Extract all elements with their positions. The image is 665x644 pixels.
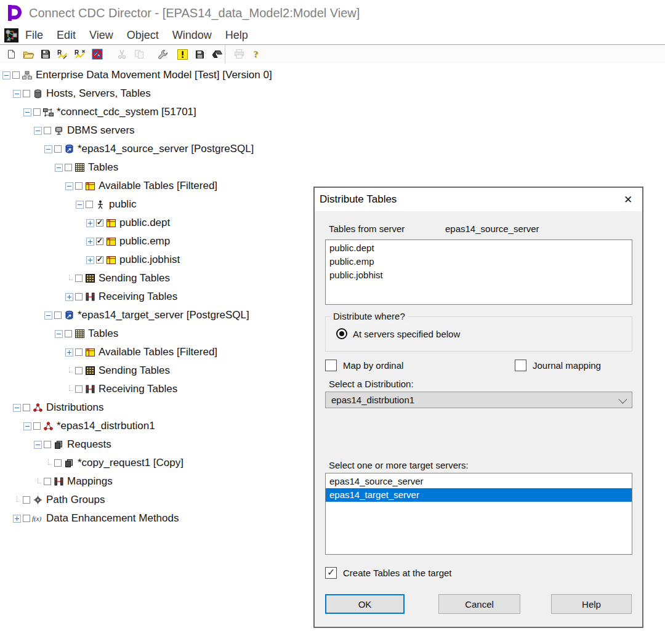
menu-window[interactable]: Window bbox=[166, 29, 219, 41]
tree-item-label[interactable]: Requests bbox=[67, 438, 111, 451]
collapse-icon[interactable] bbox=[34, 441, 42, 449]
tree-checkbox[interactable] bbox=[23, 90, 30, 97]
collapse-icon[interactable] bbox=[76, 201, 84, 209]
tree-item-label[interactable]: Enterprise Data Movement Model [Test] [V… bbox=[36, 69, 272, 81]
define-mapping-button[interactable]: R bbox=[57, 48, 69, 60]
target-server-item[interactable]: epas14_source_server bbox=[326, 475, 632, 488]
expand-icon[interactable] bbox=[86, 256, 94, 264]
tree-item-label[interactable]: *epas14_distrbution1 bbox=[57, 420, 155, 432]
tree-item-label[interactable]: Tables bbox=[88, 161, 118, 174]
save-button[interactable] bbox=[39, 48, 52, 60]
tree-item-label[interactable]: public bbox=[109, 198, 136, 211]
tree-checkbox[interactable] bbox=[86, 201, 93, 208]
validate-alert-button[interactable] bbox=[176, 48, 188, 60]
tree-checkbox[interactable] bbox=[33, 108, 41, 116]
tree-item-label[interactable]: Receiving Tables bbox=[99, 383, 177, 395]
tree-checkbox[interactable] bbox=[75, 293, 83, 300]
tree-checkbox[interactable] bbox=[75, 275, 83, 282]
tree-item-label[interactable]: *epas14_source_server [PostgreSQL] bbox=[78, 143, 254, 155]
tree-item-label[interactable]: *connect_cdc_system [51701] bbox=[57, 106, 196, 118]
tree-item-label[interactable]: Mappings bbox=[67, 475, 113, 488]
help-button[interactable]: Help bbox=[551, 594, 632, 614]
collapse-icon[interactable] bbox=[55, 164, 63, 172]
tree-checkbox[interactable] bbox=[75, 182, 83, 190]
expand-icon[interactable] bbox=[65, 293, 73, 301]
tree-checkbox[interactable] bbox=[54, 459, 62, 467]
tree-item-label[interactable]: *copy_request1 [Copy] bbox=[78, 457, 183, 469]
cancel-button[interactable]: Cancel bbox=[438, 594, 520, 614]
tree-checkbox[interactable] bbox=[65, 164, 72, 171]
tree-checkbox[interactable] bbox=[96, 238, 103, 245]
source-table-item[interactable]: public.dept bbox=[326, 241, 632, 255]
tree-item-label[interactable]: Hosts, Servers, Tables bbox=[46, 87, 151, 100]
at-servers-radio[interactable] bbox=[336, 328, 347, 339]
expand-icon[interactable] bbox=[65, 348, 73, 356]
menu-object[interactable]: Object bbox=[120, 29, 166, 41]
map-by-ordinal-checkbox[interactable] bbox=[325, 360, 337, 371]
collapse-icon[interactable] bbox=[65, 182, 73, 190]
help-button[interactable]: ?? bbox=[250, 48, 262, 60]
collapse-icon[interactable] bbox=[13, 404, 21, 412]
commit-save-button[interactable] bbox=[193, 48, 206, 60]
collapse-icon[interactable] bbox=[44, 312, 52, 320]
collapse-icon[interactable] bbox=[13, 90, 21, 98]
tree-checkbox[interactable] bbox=[96, 219, 103, 227]
tree-item-label[interactable]: public.emp bbox=[119, 235, 170, 248]
tree-item-label[interactable]: Path Groups bbox=[46, 494, 105, 506]
source-table-item[interactable]: public.jobhist bbox=[326, 268, 632, 282]
tree-item-label[interactable]: Distributions bbox=[46, 401, 104, 414]
tools-wrench-button[interactable] bbox=[156, 48, 169, 60]
menu-view[interactable]: View bbox=[83, 29, 120, 41]
tree-checkbox[interactable] bbox=[75, 367, 83, 374]
tree-checkbox[interactable] bbox=[96, 256, 103, 264]
expand-icon[interactable] bbox=[86, 219, 94, 227]
tree-item-label[interactable]: Sending Tables bbox=[99, 272, 170, 284]
tree-checkbox[interactable] bbox=[75, 348, 83, 356]
tree-checkbox[interactable] bbox=[65, 330, 72, 337]
collapse-icon[interactable] bbox=[34, 127, 42, 135]
new-document-button[interactable] bbox=[5, 48, 17, 60]
tree-item-label[interactable]: DBMS servers bbox=[67, 124, 135, 137]
tree-item-label[interactable]: *epas14_target_server [PostgreSQL] bbox=[78, 309, 249, 321]
collapse-icon[interactable] bbox=[2, 71, 10, 79]
journal-mapping-checkbox[interactable] bbox=[515, 360, 526, 371]
collapse-icon[interactable] bbox=[55, 330, 63, 338]
at-servers-radio-row[interactable]: At servers specified below bbox=[336, 328, 460, 339]
tree-checkbox[interactable] bbox=[23, 496, 30, 504]
tree-checkbox[interactable] bbox=[33, 422, 41, 430]
create-tables-checkbox[interactable] bbox=[325, 567, 337, 579]
tree-checkbox[interactable] bbox=[54, 145, 62, 153]
tree-item-label[interactable]: Sending Tables bbox=[99, 364, 170, 377]
open-folder-button[interactable] bbox=[22, 48, 34, 60]
tree-checkbox[interactable] bbox=[23, 404, 30, 411]
tree-checkbox[interactable] bbox=[12, 71, 20, 79]
close-icon[interactable] bbox=[621, 193, 635, 206]
collapse-icon[interactable] bbox=[23, 108, 31, 116]
menu-edit[interactable]: Edit bbox=[50, 29, 83, 41]
tree-checkbox[interactable] bbox=[44, 127, 51, 134]
expand-icon[interactable] bbox=[13, 515, 21, 523]
expand-icon[interactable] bbox=[86, 238, 94, 246]
collapse-icon[interactable] bbox=[23, 422, 31, 430]
tree-checkbox[interactable] bbox=[75, 385, 83, 393]
tree-checkbox[interactable] bbox=[44, 441, 51, 448]
collapse-icon[interactable] bbox=[44, 145, 52, 153]
tree-checkbox[interactable] bbox=[54, 312, 62, 319]
menu-file[interactable]: File bbox=[18, 29, 50, 41]
target-servers-list[interactable]: epas14_source_serverepas14_target_server bbox=[325, 473, 632, 555]
eraser-button[interactable] bbox=[211, 48, 223, 60]
tree-item-label[interactable]: public.dept bbox=[119, 217, 170, 229]
tree-item-label[interactable]: Data Enhancement Methods bbox=[46, 512, 179, 525]
remove-mapping-button[interactable]: R bbox=[74, 48, 86, 60]
dialog-titlebar[interactable]: Distribute Tables bbox=[315, 188, 642, 211]
tree-item-label[interactable]: Available Tables [Filtered] bbox=[99, 180, 217, 192]
tables-from-server-list[interactable]: public.deptpublic.emppublic.jobhist bbox=[325, 239, 632, 305]
source-table-item[interactable]: public.emp bbox=[326, 255, 632, 268]
tree-item-label[interactable]: Receiving Tables bbox=[99, 291, 177, 303]
disable-object-button[interactable] bbox=[91, 48, 103, 60]
tree-item-label[interactable]: public.jobhist bbox=[119, 254, 180, 266]
target-server-item[interactable]: epas14_target_server bbox=[326, 488, 632, 502]
tree-item-label[interactable]: Tables bbox=[88, 328, 118, 340]
ok-button[interactable]: OK bbox=[325, 594, 405, 614]
menu-help[interactable]: Help bbox=[219, 29, 255, 41]
